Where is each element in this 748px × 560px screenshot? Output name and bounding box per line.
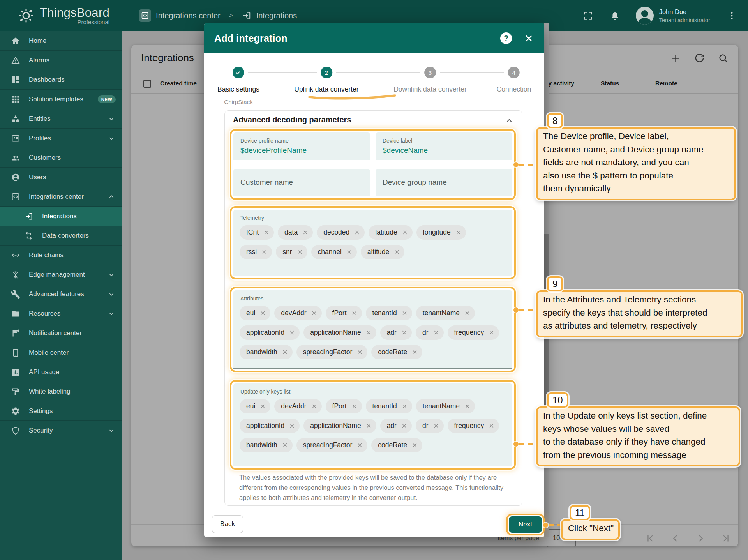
step-1-basic-settings[interactable]: Basic settingsChirpStack <box>217 67 259 105</box>
sidebar-item-advanced-features[interactable]: Advanced features <box>0 284 122 304</box>
chip-adr[interactable]: adr <box>380 419 412 433</box>
chip-remove-icon[interactable] <box>464 403 471 410</box>
chip-rssi[interactable]: rssi <box>240 245 272 259</box>
chip-remove-icon[interactable] <box>400 422 408 429</box>
sidebar-item-api-usage[interactable]: API usage <box>0 362 122 382</box>
avatar[interactable] <box>636 7 654 25</box>
step-2-uplink-data-converter[interactable]: 2Uplink data converter <box>294 67 358 94</box>
sidebar-item-entities[interactable]: Entities <box>0 109 122 129</box>
sidebar-item-data-converters[interactable]: Data converters <box>0 226 122 246</box>
chip-longitude[interactable]: longitude <box>416 225 466 240</box>
chip-remove-icon[interactable] <box>288 329 296 336</box>
chip-remove-icon[interactable] <box>365 422 372 429</box>
chip-remove-icon[interactable] <box>356 442 363 449</box>
chip-remove-icon[interactable] <box>296 248 303 256</box>
chip-remove-icon[interactable] <box>401 309 408 317</box>
chip-remove-icon[interactable] <box>353 229 361 236</box>
sidebar-item-home[interactable]: Home <box>0 31 122 51</box>
breadcrumb-integrations-center[interactable]: Integrations center <box>139 9 221 22</box>
chip-remove-icon[interactable] <box>432 422 440 429</box>
update-only-keys-input[interactable]: Update only keys list euidevAddrfPortten… <box>233 383 512 466</box>
device-group-name-field[interactable]: Device group name <box>376 169 512 196</box>
chip-adr[interactable]: adr <box>380 325 412 340</box>
chip-spreadingfactor[interactable]: spreadingFactor <box>296 345 367 359</box>
notifications-bell-icon[interactable] <box>610 11 620 21</box>
chip-data[interactable]: data <box>278 225 313 240</box>
sidebar-item-security[interactable]: Security <box>0 421 122 440</box>
sidebar-item-solution-templates[interactable]: Solution templatesNEW <box>0 90 122 109</box>
sidebar-item-rule-chains[interactable]: Rule chains <box>0 246 122 265</box>
sidebar-item-notification-center[interactable]: Notification center <box>0 323 122 343</box>
sidebar-item-alarms[interactable]: Alarms <box>0 51 122 70</box>
sidebar-item-white-labeling[interactable]: White labeling <box>0 382 122 401</box>
chip-dr[interactable]: dr <box>416 325 444 340</box>
chip-applicationname[interactable]: applicationName <box>303 419 376 433</box>
chip-remove-icon[interactable] <box>302 229 309 236</box>
fullscreen-icon[interactable] <box>583 11 593 21</box>
chip-spreadingfactor[interactable]: spreadingFactor <box>296 438 367 452</box>
sidebar-item-customers[interactable]: Customers <box>0 148 122 168</box>
chip-latitude[interactable]: latitude <box>369 225 412 240</box>
chip-eui[interactable]: eui <box>240 306 270 320</box>
chip-remove-icon[interactable] <box>288 422 296 429</box>
sidebar-item-integrations-center[interactable]: Integrations center <box>0 187 122 207</box>
breadcrumb-integrations[interactable]: Integrations <box>242 11 297 21</box>
chip-remove-icon[interactable] <box>356 348 363 356</box>
customer-name-field[interactable]: Customer name <box>233 169 370 196</box>
attributes-input[interactable]: Attributes euidevAddrfPorttenantIdtenant… <box>233 290 512 369</box>
chip-fcnt[interactable]: fCnt <box>240 225 274 240</box>
sidebar-item-users[interactable]: Users <box>0 168 122 187</box>
chip-dr[interactable]: dr <box>416 419 444 433</box>
brand-logo[interactable]: ThingsBoard Professional <box>17 6 109 25</box>
step-4-connection[interactable]: 4Connection <box>497 67 531 94</box>
chip-applicationname[interactable]: applicationName <box>303 325 376 340</box>
step-3-downlink-data-converter[interactable]: 3Downlink data converter <box>393 67 467 94</box>
chip-coderate[interactable]: codeRate <box>371 345 422 359</box>
chip-remove-icon[interactable] <box>488 329 495 336</box>
chip-tenantname[interactable]: tenantName <box>416 306 475 320</box>
chip-remove-icon[interactable] <box>393 248 400 256</box>
back-button[interactable]: Back <box>212 515 243 533</box>
device-profile-name-field[interactable]: Device profile name $deviceProfileName <box>233 132 370 160</box>
chip-remove-icon[interactable] <box>351 309 358 317</box>
sidebar-item-edge-management[interactable]: Edge management <box>0 265 122 284</box>
help-icon[interactable]: ? <box>500 32 512 44</box>
chip-devaddr[interactable]: devAddr <box>274 399 321 413</box>
chip-remove-icon[interactable] <box>263 229 270 236</box>
kebab-menu-icon[interactable] <box>727 11 737 21</box>
chip-fport[interactable]: fPort <box>326 399 362 413</box>
chip-frequency[interactable]: frequency <box>448 419 499 433</box>
chip-applicationid[interactable]: applicationId <box>240 325 300 340</box>
chip-altitude[interactable]: altitude <box>361 245 404 259</box>
sidebar-item-profiles[interactable]: Profiles <box>0 129 122 148</box>
chip-bandwidth[interactable]: bandwidth <box>240 438 293 452</box>
chip-remove-icon[interactable] <box>432 329 440 336</box>
chip-remove-icon[interactable] <box>281 442 289 449</box>
chip-remove-icon[interactable] <box>488 422 495 429</box>
chip-remove-icon[interactable] <box>411 348 418 356</box>
chip-decoded[interactable]: decoded <box>317 225 365 240</box>
sidebar-item-dashboards[interactable]: Dashboards <box>0 70 122 90</box>
chip-applicationid[interactable]: applicationId <box>240 419 300 433</box>
chip-remove-icon[interactable] <box>281 348 289 356</box>
chip-remove-icon[interactable] <box>401 403 408 410</box>
chip-fport[interactable]: fPort <box>326 306 362 320</box>
chip-remove-icon[interactable] <box>464 309 471 317</box>
chip-remove-icon[interactable] <box>411 442 418 449</box>
next-button[interactable]: Next <box>509 516 542 533</box>
chip-remove-icon[interactable] <box>310 403 318 410</box>
chip-bandwidth[interactable]: bandwidth <box>240 345 293 359</box>
chip-remove-icon[interactable] <box>401 229 409 236</box>
sidebar-item-integrations[interactable]: Integrations <box>0 207 122 226</box>
sidebar-item-resources[interactable]: Resources <box>0 304 122 323</box>
telemetry-input[interactable]: Telemetry fCntdatadecodedlatitudelongitu… <box>233 210 512 276</box>
chip-remove-icon[interactable] <box>455 229 462 236</box>
close-icon[interactable] <box>524 33 534 44</box>
chip-remove-icon[interactable] <box>351 403 358 410</box>
chip-snr[interactable]: snr <box>276 245 307 259</box>
chip-channel[interactable]: channel <box>311 245 357 259</box>
chip-remove-icon[interactable] <box>346 248 353 256</box>
chip-coderate[interactable]: codeRate <box>371 438 422 452</box>
device-label-field[interactable]: Device label $deviceName <box>376 132 512 160</box>
chip-remove-icon[interactable] <box>259 403 266 410</box>
